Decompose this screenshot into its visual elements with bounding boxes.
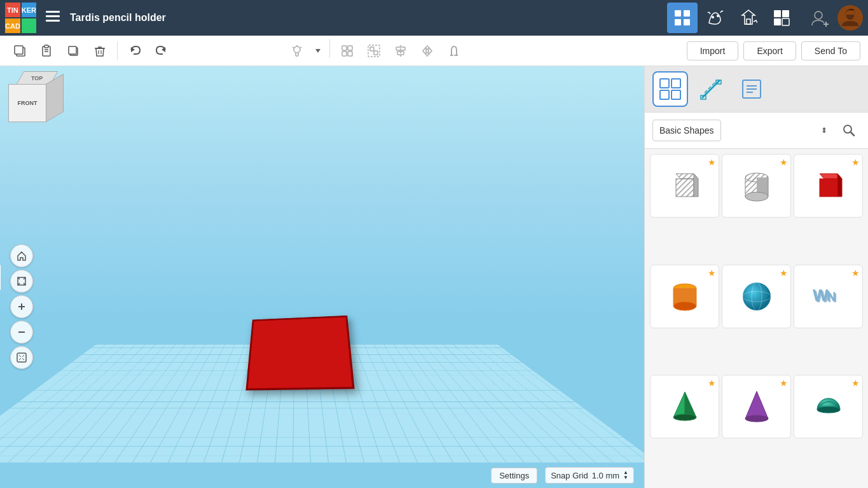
star-badge: ★	[780, 157, 788, 167]
shape-item-box[interactable]: ★	[650, 154, 719, 218]
svg-marker-36	[315, 49, 320, 53]
zoom-in-button[interactable]	[10, 295, 33, 318]
svg-rect-40	[348, 52, 352, 56]
shape-item-half-sphere[interactable]: ★	[794, 375, 863, 438]
svg-rect-11	[782, 10, 789, 17]
tab-grid-shapes[interactable]	[652, 71, 688, 107]
viewport[interactable]: TOP FRONT	[0, 66, 644, 488]
svg-point-8	[717, 15, 719, 17]
logo-tin: TIN	[5, 3, 20, 17]
light-dropdown[interactable]	[312, 39, 324, 63]
grid-view-button[interactable]	[667, 3, 698, 33]
add-user-button[interactable]	[807, 5, 832, 31]
user-avatar[interactable]	[837, 5, 863, 31]
svg-point-88	[673, 302, 696, 310]
build-tool-button[interactable]	[733, 3, 764, 33]
shape-item-cone[interactable]: ★	[722, 375, 791, 438]
shape-item-pyramid[interactable]: ★	[650, 375, 719, 438]
shape-item-text[interactable]: ★ W W N N	[794, 265, 863, 328]
undo-button[interactable]	[123, 39, 147, 63]
snap-grid-control[interactable]: Snap Grid 1.0 mm ▲ ▼	[545, 467, 634, 484]
navbar: TIN KER CAD Tardis pencil holder	[0, 0, 868, 36]
paste-button[interactable]	[34, 39, 59, 63]
shape-pyramid-visual	[666, 387, 704, 426]
svg-marker-101	[745, 391, 768, 419]
svg-rect-39	[342, 52, 347, 56]
project-title[interactable]: Tardis pencil holder	[70, 12, 662, 24]
export-button[interactable]: Export	[743, 41, 796, 60]
magnet-button[interactable]	[442, 39, 466, 63]
svg-rect-13	[782, 18, 789, 25]
svg-marker-99	[685, 392, 696, 417]
mirror-button[interactable]	[415, 39, 439, 63]
logo-ker: KER	[22, 3, 36, 17]
delete-button[interactable]	[88, 39, 112, 63]
ungroup-button[interactable]	[362, 39, 386, 63]
svg-rect-2	[46, 20, 60, 22]
shape-box-visual	[666, 167, 704, 205]
shape-item-red-box[interactable]: ★	[794, 154, 863, 218]
svg-rect-57	[660, 79, 669, 88]
settings-button[interactable]: Settings	[491, 468, 537, 484]
logo-cad-b	[22, 18, 36, 33]
svg-point-91	[743, 282, 771, 310]
shape-item-cylinder[interactable]: ★	[650, 265, 719, 328]
toolbar-middle	[285, 39, 466, 63]
svg-point-32	[294, 46, 300, 53]
shape-text-visual: W W N N	[809, 277, 848, 316]
star-badge: ★	[708, 157, 716, 167]
shape-sphere-visual	[738, 277, 776, 316]
svg-point-102	[745, 415, 768, 422]
status-bar: Settings Snap Grid 1.0 mm ▲ ▼	[0, 463, 644, 488]
light-button[interactable]	[285, 39, 309, 63]
nav-cube[interactable]: TOP FRONT	[5, 71, 69, 141]
import-button[interactable]: Import	[687, 41, 739, 60]
blocks-tool-button[interactable]	[766, 3, 797, 33]
tab-ruler[interactable]	[693, 71, 729, 107]
svg-rect-43	[374, 51, 378, 55]
right-panel: Basic Shapes Letters Connectors Symbols …	[644, 66, 868, 488]
snap-grid-arrows[interactable]: ▲ ▼	[623, 470, 628, 480]
copy-button[interactable]	[8, 39, 32, 63]
svg-marker-98	[673, 392, 685, 417]
svg-text:N: N	[827, 289, 836, 303]
camera-controls	[10, 244, 33, 369]
home-camera-button[interactable]	[10, 244, 33, 267]
group-button[interactable]	[335, 39, 359, 63]
zoom-out-button[interactable]	[10, 321, 33, 344]
svg-rect-20	[15, 46, 23, 54]
svg-rect-22	[45, 45, 48, 48]
logo-cad-g: CAD	[5, 18, 20, 33]
svg-rect-5	[675, 19, 681, 25]
panel-collapse-button[interactable]: ❯	[0, 265, 1, 290]
nav-right	[807, 5, 863, 31]
fit-view-button[interactable]	[10, 270, 33, 293]
shape-category-dropdown[interactable]: Basic Shapes Letters Connectors Symbols …	[652, 120, 721, 141]
redo-button[interactable]	[149, 39, 174, 63]
shape-item-sphere[interactable]: ★	[722, 265, 791, 328]
red-shape-object[interactable]	[245, 316, 354, 391]
svg-rect-37	[342, 46, 347, 50]
shapes-grid: ★	[645, 149, 868, 488]
svg-rect-59	[660, 90, 669, 99]
align-button[interactable]	[389, 39, 413, 63]
svg-line-35	[300, 47, 301, 48]
svg-rect-38	[348, 46, 352, 50]
tab-notes[interactable]	[734, 71, 769, 107]
tinkercad-logo[interactable]: TIN KER CAD	[5, 3, 36, 33]
svg-rect-42	[370, 47, 374, 51]
svg-rect-26	[69, 46, 76, 54]
svg-rect-1	[46, 15, 60, 17]
creature-tool-button[interactable]	[700, 3, 731, 33]
send-to-button[interactable]: Send To	[801, 41, 860, 60]
shape-item-cylinder-hole[interactable]: ★	[722, 154, 791, 218]
svg-point-103	[817, 407, 840, 413]
menu-icon[interactable]	[41, 8, 65, 28]
shape-search-button[interactable]	[837, 119, 860, 142]
star-badge: ★	[851, 378, 860, 388]
shape-selector: Basic Shapes Letters Connectors Symbols …	[645, 113, 868, 149]
duplicate-button[interactable]	[61, 39, 85, 63]
perspective-button[interactable]	[10, 346, 33, 369]
shape-cylinder-hole-visual	[738, 167, 776, 205]
snap-down-arrow[interactable]: ▼	[623, 475, 628, 480]
